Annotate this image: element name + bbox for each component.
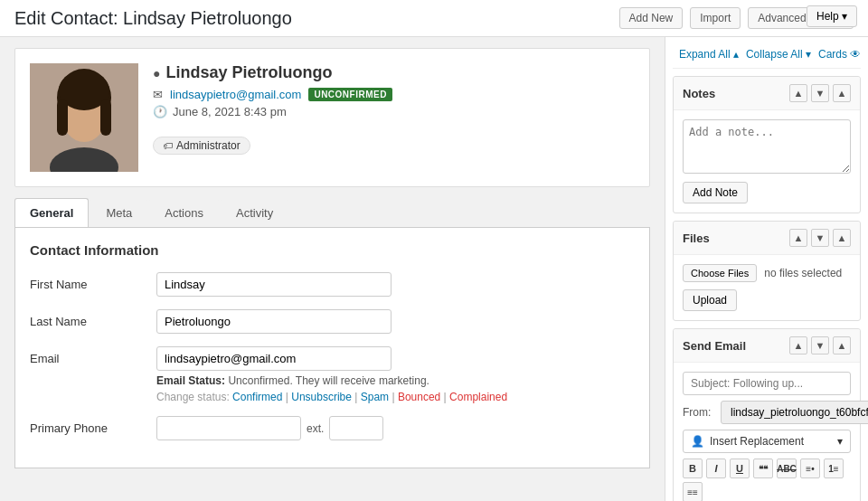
subject-input[interactable] (683, 372, 851, 395)
contact-info-card: ● Lindsay Pietroluongo ✉ lindsaypietro@g… (153, 63, 635, 155)
eye-icon: 👁 (850, 48, 861, 61)
tag-icon: 🏷 (163, 140, 173, 151)
upload-button[interactable]: Upload (683, 289, 737, 311)
change-status-label: Change status: (156, 391, 230, 403)
status-unsubscribe-link[interactable]: Unsubscribe (291, 391, 352, 403)
email-toolbar-row1: B I U ❝❝ ABC ≡• 1≡ ≡≡ (683, 458, 851, 501)
contact-name: ● Lindsay Pietroluongo (153, 63, 635, 82)
import-button[interactable]: Import (690, 7, 741, 29)
email-status: Email Status: Unconfirmed. They will rec… (156, 374, 635, 387)
email-row: Email Email Status: Unconfirmed. They wi… (30, 346, 635, 403)
help-button[interactable]: Help ▾ (807, 5, 857, 27)
expand-all-button[interactable]: Expand All ▴ (679, 48, 739, 61)
files-body: Choose Files no files selected Upload (674, 255, 860, 320)
notes-collapse-button[interactable]: ▲ (833, 84, 851, 102)
files-title: Files (683, 232, 710, 245)
last-name-label: Last Name (30, 309, 156, 328)
cards-label: Cards (818, 48, 847, 61)
svg-rect-5 (100, 99, 111, 136)
strikethrough-button[interactable]: ABC (777, 458, 797, 478)
add-note-button[interactable]: Add Note (683, 182, 748, 203)
tab-activity[interactable]: Activity (221, 198, 288, 227)
files-collapse-button[interactable]: ▲ (833, 229, 851, 247)
notes-body: Add Note (674, 110, 860, 213)
tab-general[interactable]: General (14, 198, 89, 227)
email-status-text: Unconfirmed. They will receive marketing… (228, 374, 429, 387)
last-name-row: Last Name (30, 309, 635, 334)
contact-email-link[interactable]: lindsaypietro@gmail.com (170, 88, 301, 101)
blockquote-button[interactable]: ❝❝ (753, 458, 773, 478)
ext-input[interactable] (329, 416, 383, 440)
unconfirmed-badge: UNCONFIRMED (308, 88, 392, 101)
no-files-text: no files selected (764, 267, 842, 279)
italic-button[interactable]: I (706, 458, 726, 478)
contact-date: 🕐 June 8, 2021 8:43 pm (153, 105, 635, 118)
phone-input[interactable] (156, 416, 301, 440)
collapse-all-button[interactable]: Collapse All ▾ (746, 48, 811, 61)
status-complained-link[interactable]: Complained (449, 391, 507, 403)
underline-button[interactable]: U (730, 458, 750, 478)
change-status-row: Change status: Confirmed | Unsubscribe |… (156, 391, 635, 403)
first-name-input[interactable] (156, 272, 392, 297)
first-name-field (156, 272, 635, 297)
bold-button[interactable]: B (683, 458, 703, 478)
contact-card: ● Lindsay Pietroluongo ✉ lindsaypietro@g… (14, 48, 650, 187)
last-name-input[interactable] (156, 309, 392, 334)
notes-title: Notes (683, 87, 715, 100)
ext-label: ext. (307, 422, 324, 435)
tab-meta[interactable]: Meta (90, 198, 147, 227)
chevron-down-icon: ▾ (837, 435, 843, 448)
section-title: Contact Information (30, 242, 635, 258)
send-email-section: Send Email ▲ ▼ ▲ From: lindsay_pietroluo… (673, 328, 861, 501)
files-down-button[interactable]: ▼ (811, 229, 829, 247)
tab-actions[interactable]: Actions (149, 198, 219, 227)
send-email-down-button[interactable]: ▼ (811, 336, 829, 354)
sidebar-controls: Expand All ▴ Collapse All ▾ Cards 👁 (673, 44, 861, 69)
align-button[interactable]: ≡≡ (683, 482, 703, 501)
insert-replacement-button[interactable]: 👤 Insert Replacement ▾ (683, 430, 851, 453)
notes-down-button[interactable]: ▼ (811, 84, 829, 102)
files-controls: ▲ ▼ ▲ (789, 229, 851, 247)
send-email-title: Send Email (683, 339, 746, 353)
tabs-bar: General Meta Actions Activity (14, 198, 650, 228)
notes-controls: ▲ ▼ ▲ (789, 84, 851, 102)
from-select[interactable]: lindsay_pietroluongo_t60bfcf (721, 401, 868, 424)
files-up-button[interactable]: ▲ (789, 229, 807, 247)
send-email-up-button[interactable]: ▲ (789, 336, 807, 354)
notes-up-button[interactable]: ▲ (789, 84, 807, 102)
email-label: Email (30, 346, 156, 365)
primary-phone-field: ext. (156, 416, 635, 440)
ul-button[interactable]: ≡• (800, 458, 820, 478)
status-confirmed-link[interactable]: Confirmed (232, 391, 282, 403)
add-new-button[interactable]: Add New (619, 7, 684, 29)
status-spam-link[interactable]: Spam (361, 391, 389, 403)
send-email-header: Send Email ▲ ▼ ▲ (674, 329, 860, 363)
send-email-controls: ▲ ▼ ▲ (789, 336, 851, 354)
send-email-collapse-button[interactable]: ▲ (833, 336, 851, 354)
email-input[interactable] (156, 346, 392, 371)
svg-rect-4 (57, 99, 68, 136)
avatar (30, 63, 138, 172)
files-section: Files ▲ ▼ ▲ Choose Files no files select… (673, 221, 861, 321)
contact-tag[interactable]: 🏷 Administrator (153, 137, 250, 155)
first-name-label: First Name (30, 272, 156, 291)
from-row: From: lindsay_pietroluongo_t60bfcf (683, 401, 851, 424)
form-area: Contact Information First Name Last Name (14, 228, 650, 468)
insert-replacement-label: Insert Replacement (710, 435, 804, 448)
notes-textarea[interactable] (683, 119, 851, 174)
primary-phone-row: Primary Phone ext. (30, 416, 635, 440)
clock-icon: 🕐 (153, 105, 167, 118)
page-title: Edit Contact: Lindsay Pietroluongo (14, 8, 612, 29)
contact-email-row: ✉ lindsaypietro@gmail.com UNCONFIRMED (153, 88, 635, 101)
from-label: From: (683, 406, 715, 419)
choose-file-button[interactable]: Choose Files (683, 264, 757, 282)
email-status-prefix: Email Status: (156, 374, 225, 387)
last-name-field (156, 309, 635, 334)
notes-section: Notes ▲ ▼ ▲ Add Note (673, 76, 861, 213)
first-name-row: First Name (30, 272, 635, 297)
ol-button[interactable]: 1≡ (824, 458, 844, 478)
notes-header: Notes ▲ ▼ ▲ (674, 77, 860, 110)
status-bounced-link[interactable]: Bounced (398, 391, 440, 403)
send-email-body: From: lindsay_pietroluongo_t60bfcf 👤 Ins… (674, 363, 860, 501)
cards-button[interactable]: Cards 👁 (818, 48, 861, 61)
